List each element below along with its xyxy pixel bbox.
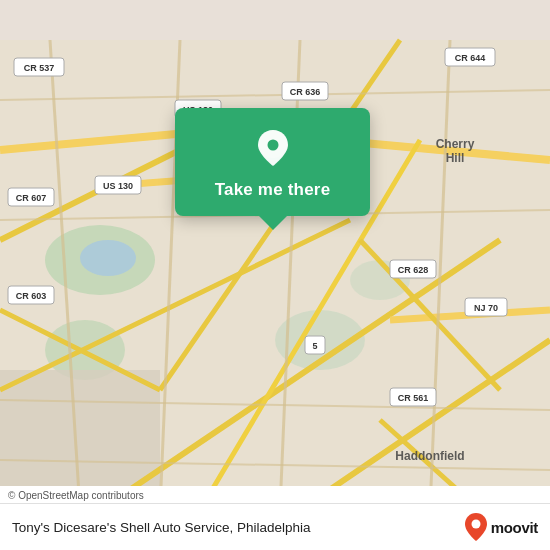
popup-card: Take me there: [175, 108, 370, 216]
svg-text:CR 561: CR 561: [398, 393, 429, 403]
map-background: CR 537 CR 644 US 130 CR 636 CR 607 US 13…: [0, 0, 550, 550]
svg-text:CR 636: CR 636: [290, 87, 321, 97]
svg-point-6: [80, 240, 136, 276]
svg-text:Cherry: Cherry: [436, 137, 475, 151]
take-me-there-button[interactable]: Take me there: [215, 180, 331, 200]
svg-point-54: [267, 140, 278, 151]
bottom-bar: © OpenStreetMap contributors Tony's Dice…: [0, 486, 550, 550]
svg-point-55: [471, 520, 480, 529]
svg-text:CR 644: CR 644: [455, 53, 486, 63]
moovit-pin-icon: [465, 513, 487, 541]
svg-text:5: 5: [312, 341, 317, 351]
svg-text:CR 628: CR 628: [398, 265, 429, 275]
svg-text:CR 537: CR 537: [24, 63, 55, 73]
copyright-text: © OpenStreetMap contributors: [8, 490, 144, 501]
svg-text:Haddonfield: Haddonfield: [395, 449, 464, 463]
location-name: Tony's Dicesare's Shell Auto Service, Ph…: [12, 520, 465, 535]
moovit-logo: moovit: [465, 513, 538, 541]
moovit-brand-text: moovit: [491, 519, 538, 536]
location-row: Tony's Dicesare's Shell Auto Service, Ph…: [0, 503, 550, 550]
svg-text:US 130: US 130: [103, 181, 133, 191]
map-container: CR 537 CR 644 US 130 CR 636 CR 607 US 13…: [0, 0, 550, 550]
svg-text:Hill: Hill: [446, 151, 465, 165]
svg-text:CR 603: CR 603: [16, 291, 47, 301]
svg-text:CR 607: CR 607: [16, 193, 47, 203]
svg-text:NJ 70: NJ 70: [474, 303, 498, 313]
copyright-row: © OpenStreetMap contributors: [0, 486, 550, 503]
location-pin-icon: [251, 126, 295, 170]
